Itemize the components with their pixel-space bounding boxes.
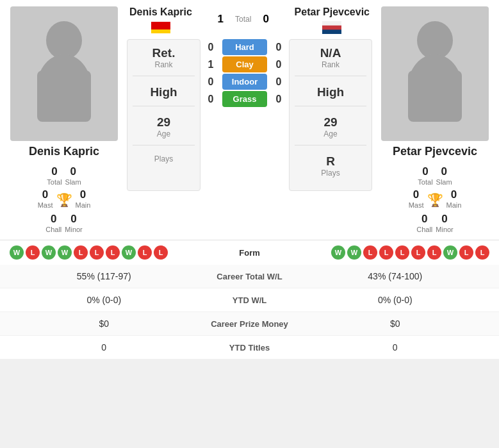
form-badge-left: W (58, 245, 72, 260)
stats-row-right-val: 43% (74-100) (301, 271, 490, 281)
stats-row-center-label: YTD Titles (199, 343, 301, 353)
left-player-photo (10, 6, 118, 141)
right-total-stat: 0 Total (418, 165, 432, 186)
form-right: WWLLLLLWLL (286, 245, 490, 260)
left-high-val: High (133, 85, 195, 99)
stats-row: 0YTD Titles0 (0, 336, 499, 360)
left-name-flag: Denis Kapric (129, 6, 192, 34)
left-minor-val: 0 (65, 213, 83, 226)
right-mast-stat: 0 Mast (409, 188, 424, 209)
left-rank-block: Ret. Rank (133, 46, 195, 76)
stats-row-center-label: Career Total W/L (199, 272, 301, 281)
form-badge-right: L (427, 245, 441, 260)
form-badge-right: W (347, 245, 361, 260)
form-badge-left: L (154, 245, 168, 260)
hard-row: 0 Hard 0 (204, 39, 285, 55)
form-label: Form (218, 248, 282, 258)
vs-scores-header: 1 Total 0 (192, 6, 295, 26)
right-age-val: 29 (295, 115, 366, 129)
left-mast-stat: 0 Mast (38, 188, 53, 209)
left-player-below: Denis Kapric (29, 145, 99, 162)
right-player-silhouette (397, 16, 473, 131)
left-plays-val: Plays (133, 154, 195, 163)
form-badge-right: W (331, 245, 345, 260)
clay-row: 1 Clay 0 (204, 56, 285, 72)
stats-rows: 55% (117-97)Career Total W/L43% (74-100)… (0, 265, 499, 360)
left-minor-stat: 0 Minor (65, 213, 83, 233)
right-player-col: Petar Pjevcevic 0 Total 0 Slam 0 Mast � (377, 6, 493, 233)
left-stats-bottom: 0 Chall 0 Minor (45, 213, 83, 233)
left-center-stats: Ret. Rank High 29 Age Plays (127, 39, 200, 191)
left-mast-label: Mast (38, 201, 53, 209)
stats-row-left-val: 0% (0-0) (10, 295, 199, 305)
grass-right-val: 0 (272, 94, 285, 105)
left-chall-val: 0 (45, 213, 61, 226)
stats-row-left-val: 55% (117-97) (10, 271, 199, 281)
hard-btn[interactable]: Hard (222, 39, 267, 55)
right-plays-val: R (295, 154, 366, 169)
rs-flag-icon (322, 21, 341, 34)
trophy-icon: 🏆 (56, 192, 72, 208)
grass-row: 0 Grass 0 (204, 91, 285, 107)
left-rank-label: Rank (133, 60, 195, 69)
stats-row: 0% (0-0)YTD W/L0% (0-0) (0, 288, 499, 312)
right-rank-val: N/A (295, 46, 366, 60)
form-badge-left: L (26, 245, 40, 260)
right-trophy-row: 0 Mast 🏆 0 Main (409, 188, 462, 209)
clay-btn[interactable]: Clay (222, 56, 267, 72)
left-mast-val: 0 (38, 188, 53, 201)
hard-right-val: 0 (272, 42, 285, 53)
left-main-val: 0 (76, 188, 91, 201)
left-main-stat: 0 Main (76, 188, 91, 209)
left-total-stat: 0 Total (47, 165, 61, 186)
grass-btn[interactable]: Grass (222, 91, 267, 107)
indoor-row: 0 Indoor 0 (204, 74, 285, 90)
right-name-flag: Petar Pjevcevic (295, 6, 370, 34)
left-center-name: Denis Kapric (129, 6, 192, 18)
form-badge-left: L (106, 245, 120, 260)
right-main-stat: 0 Main (446, 188, 462, 209)
indoor-left-val: 0 (204, 76, 217, 88)
right-stats-top: 0 Total 0 Slam (418, 165, 452, 186)
left-slam-val: 0 (65, 165, 81, 178)
total-score-row: 1 Total 0 (218, 13, 269, 26)
left-minor-label: Minor (65, 226, 83, 233)
left-slam-stat: 0 Slam (65, 165, 81, 186)
right-slam-label: Slam (436, 178, 452, 186)
svg-rect-11 (408, 71, 462, 122)
left-age-block: 29 Age (133, 115, 195, 145)
stats-row: $0Career Prize Money$0 (0, 312, 499, 336)
right-trophy-glyph: 🏆 (427, 192, 443, 208)
right-center-stats: N/A Rank High 29 Age R Plays (289, 39, 372, 191)
svg-rect-2 (37, 71, 91, 122)
right-center-name: Petar Pjevcevic (295, 6, 370, 18)
center-stats-courts: Ret. Rank High 29 Age Plays (127, 39, 372, 191)
svg-point-0 (46, 21, 82, 60)
left-chall-label: Chall (45, 226, 61, 233)
right-main-val: 0 (446, 188, 462, 201)
left-player-col: Denis Kapric 0 Total 0 Slam 0 Mast 🏆 (6, 6, 122, 233)
left-trophy-row: 0 Mast 🏆 0 Main (38, 188, 91, 209)
right-minor-val: 0 (436, 213, 454, 226)
left-plays-block: Plays (133, 154, 195, 170)
right-chall-val: 0 (416, 213, 432, 226)
form-left: WLWWLLLWLL (10, 245, 214, 260)
right-mast-label: Mast (409, 201, 424, 209)
form-section: WLWWLLLWLL Form WWLLLLLWLL (0, 240, 499, 265)
hard-left-val: 0 (204, 42, 217, 53)
indoor-btn[interactable]: Indoor (222, 74, 267, 90)
stats-row-left-val: 0 (10, 342, 199, 353)
courts-col: 0 Hard 0 1 Clay 0 0 Indoor 0 (204, 39, 285, 191)
svg-rect-8 (322, 21, 341, 26)
form-badge-left: L (138, 245, 152, 260)
left-player-name: Denis Kapric (29, 145, 99, 158)
stats-row-center-label: Career Prize Money (199, 319, 301, 329)
content-area: Denis Kapric 0 Total 0 Slam 0 Mast 🏆 (0, 0, 499, 240)
right-total-val: 0 (418, 165, 432, 178)
right-age-label: Age (295, 129, 366, 138)
right-main-label: Main (446, 201, 462, 209)
form-badge-left: W (122, 245, 136, 260)
right-player-name: Petar Pjevcevic (393, 145, 477, 158)
right-total-label: Total (418, 178, 432, 186)
grass-left-val: 0 (204, 94, 217, 105)
